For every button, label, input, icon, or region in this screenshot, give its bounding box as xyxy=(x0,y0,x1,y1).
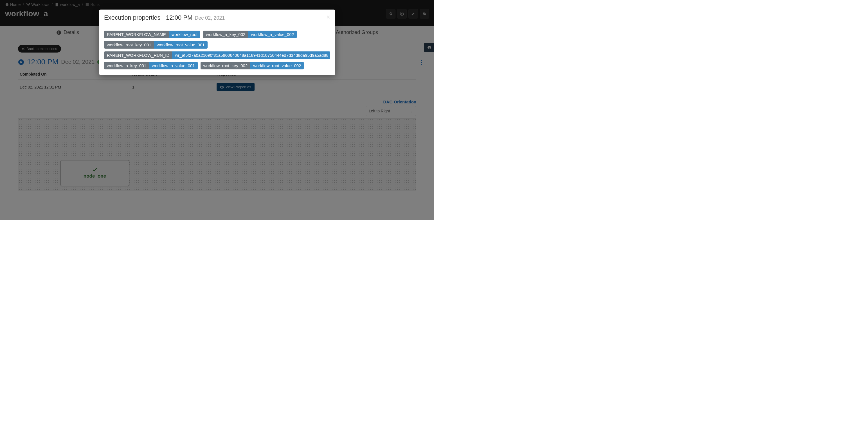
property-value: workflow_root_value_001 xyxy=(154,41,208,48)
modal-body: PARENT_WORKFLOW_NAMEworkflow_rootworkflo… xyxy=(99,26,335,75)
property-pair: workflow_a_key_002workflow_a_value_002 xyxy=(203,31,297,38)
property-value: wr_af5f27a0a21090f31a5900640648a118941d1… xyxy=(172,52,330,59)
property-value: workflow_a_value_001 xyxy=(149,62,198,69)
property-value: workflow_root xyxy=(169,31,200,38)
modal-close-button[interactable]: × xyxy=(327,14,330,20)
modal-subtitle: Dec 02, 2021 xyxy=(195,15,225,21)
modal-title: Execution properties - 12:00 PM xyxy=(104,14,192,21)
property-key: workflow_root_key_002 xyxy=(200,62,251,69)
property-pair: workflow_root_key_002workflow_root_value… xyxy=(200,62,304,69)
property-pair: workflow_a_key_001workflow_a_value_001 xyxy=(104,62,198,69)
property-key: PARENT_WORKFLOW_RUN_ID xyxy=(104,52,172,59)
property-key: workflow_a_key_001 xyxy=(104,62,149,69)
property-value: workflow_a_value_002 xyxy=(248,31,297,38)
execution-properties-modal: Execution properties - 12:00 PM Dec 02, … xyxy=(99,9,335,75)
property-pair: workflow_root_key_001workflow_root_value… xyxy=(104,41,208,48)
property-pair: PARENT_WORKFLOW_NAMEworkflow_root xyxy=(104,31,200,38)
property-key: workflow_a_key_002 xyxy=(203,31,248,38)
modal-header: Execution properties - 12:00 PM Dec 02, … xyxy=(99,9,335,26)
property-key: PARENT_WORKFLOW_NAME xyxy=(104,31,169,38)
property-pair: PARENT_WORKFLOW_RUN_IDwr_af5f27a0a21090f… xyxy=(104,52,330,59)
property-value: workflow_root_value_002 xyxy=(250,62,304,69)
property-key: workflow_root_key_001 xyxy=(104,41,154,48)
